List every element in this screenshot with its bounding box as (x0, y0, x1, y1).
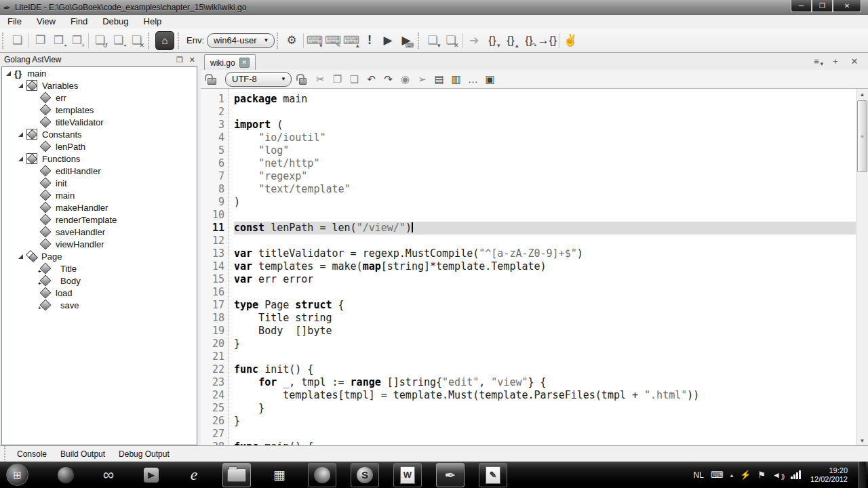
action-center-flag-icon[interactable]: ⚑ (757, 470, 766, 480)
taskbar-app-word[interactable]: W (393, 463, 422, 487)
float-panel-icon[interactable]: ❐ (176, 56, 183, 64)
volume-icon[interactable]: ◄)) (772, 470, 784, 480)
minimize-button[interactable]: ─ (791, 0, 812, 12)
build-and-run-icon[interactable]: ▶⌨ (397, 32, 416, 49)
menu-help[interactable]: Help (136, 15, 170, 28)
show-desktop-button[interactable] (859, 462, 866, 488)
redo-icon[interactable]: ↷ (380, 71, 397, 87)
toolbar-grip[interactable] (2, 33, 5, 49)
output-tab-console[interactable]: Console (10, 447, 54, 461)
tree-item-main[interactable]: {}main (2, 67, 197, 79)
start-orb[interactable]: ⊞ (6, 464, 28, 486)
tree-item-Constants[interactable]: Constants (2, 128, 197, 140)
cut-icon[interactable]: ✂ (312, 71, 329, 87)
tree-item-err[interactable]: err (2, 92, 197, 104)
taskbar-app-explorer[interactable] (222, 463, 251, 487)
expand-arrow-icon[interactable] (18, 83, 23, 88)
tab-close-icon[interactable]: ✕ (239, 58, 250, 68)
tree-item-templates[interactable]: templates (2, 104, 197, 116)
power-icon[interactable]: ⚡ (740, 470, 751, 480)
tree-item-Title[interactable]: +Title (2, 262, 197, 274)
taskbar-app-calculator[interactable]: ▦ (265, 463, 294, 487)
output-tab-debug-output[interactable]: Debug Output (112, 447, 176, 461)
tree-item-saveHandler[interactable]: saveHandler (2, 226, 197, 238)
taskbar-app-skype[interactable]: S (351, 463, 379, 487)
new-file-icon[interactable]: ❏ (8, 32, 26, 49)
tree-item-renderTemplate[interactable]: renderTemplate (2, 214, 197, 226)
toolbar-grip[interactable] (277, 33, 279, 49)
taskbar-app-internet-explorer[interactable]: e (180, 463, 208, 487)
menu-view[interactable]: View (29, 15, 63, 28)
jump-to-icon[interactable]: ➔ (465, 32, 484, 49)
doc-outline-icon[interactable]: ▣ (481, 71, 498, 87)
tree-item-save[interactable]: +save (2, 299, 197, 311)
revert-file-icon[interactable]: ❏↺ (91, 32, 109, 49)
code-editor[interactable]: 1234567891011121314151617181920212223242… (201, 89, 868, 446)
tree-item-main[interactable]: main (2, 189, 197, 201)
network-icon[interactable] (791, 470, 801, 479)
scrollbar-thumb[interactable]: ≡ (857, 100, 867, 172)
close-button[interactable]: ✕ (833, 0, 861, 12)
tree-item-Body[interactable]: +Body (2, 274, 197, 287)
output-tab-build-output[interactable]: Build Output (54, 447, 112, 461)
taskbar-app-firefox[interactable] (308, 463, 336, 487)
expand-arrow-icon[interactable] (18, 132, 23, 137)
goto-block-icon[interactable]: →{} (538, 32, 557, 49)
close-tab-icon[interactable]: ✕ (846, 55, 863, 68)
encoding-select[interactable]: UTF-8 ▼ (225, 72, 292, 87)
scroll-up-icon[interactable]: ▲ (856, 89, 868, 100)
tab-list-icon[interactable]: ≡▾ (808, 55, 825, 68)
menu-debug[interactable]: Debug (95, 15, 136, 28)
env-select[interactable]: win64-user ▼ (207, 33, 275, 48)
pan-mode-icon[interactable]: ✌ (561, 32, 580, 49)
menu-find[interactable]: Find (63, 15, 95, 28)
undo-icon[interactable]: ↶ (363, 71, 380, 87)
export-icon[interactable]: ➢ (414, 71, 431, 87)
code-text[interactable]: package mainimport ( "io/ioutil" "log" "… (234, 89, 856, 446)
toolbar-grip[interactable] (178, 33, 180, 49)
toolbar-grip[interactable] (418, 33, 420, 49)
tree-item-viewHandler[interactable]: viewHandler (2, 238, 197, 250)
run-icon[interactable]: ▶ (379, 32, 397, 49)
tree-item-load[interactable]: load (2, 287, 197, 299)
print-preview-icon[interactable]: ▥ (448, 71, 465, 87)
paste-icon[interactable]: ❑ (346, 71, 363, 87)
options-gear-icon[interactable]: ⚙ (283, 32, 301, 49)
tree-item-init[interactable]: init (2, 177, 197, 189)
toolbar-grip[interactable] (148, 33, 151, 49)
clean-icon[interactable]: ⌨✎ (324, 32, 342, 49)
install-icon[interactable]: ⌨▴ (342, 32, 361, 49)
unlock-icon[interactable] (295, 71, 312, 87)
tree-item-Variables[interactable]: Variables (2, 79, 197, 92)
print-icon[interactable]: ▤ (431, 71, 448, 87)
output-bar-grip[interactable] (4, 446, 7, 462)
tree-item-lenPath[interactable]: lenPath (2, 140, 197, 152)
hidden-icons-icon[interactable]: ▴ (730, 472, 734, 479)
stop-icon[interactable]: ! (361, 32, 379, 49)
taskbar-app-messenger[interactable] (52, 463, 80, 487)
keyboard-icon[interactable]: ⌨ (711, 470, 724, 480)
menu-file[interactable]: File (0, 15, 29, 28)
taskbar-app-liteide[interactable]: ✒ (436, 463, 465, 487)
tree-item-titleValidator[interactable]: titleValidator (2, 116, 197, 128)
fold-refresh-icon[interactable]: {}↷ (520, 32, 538, 49)
copy-icon[interactable]: ❐ (329, 71, 346, 87)
load-output-icon[interactable]: ❏▾ (424, 32, 442, 49)
window-titlebar[interactable]: ✒ LiteIDE - E:\Go\GoBoek\code_examples\c… (0, 0, 868, 16)
unlock-icon[interactable] (208, 78, 216, 85)
expand-arrow-icon[interactable] (6, 71, 11, 76)
tree-item-editHandler[interactable]: editHandler (2, 165, 197, 177)
build-icon[interactable]: ⌨▾ (306, 32, 324, 49)
close-panel-icon[interactable]: ✕ (189, 56, 195, 64)
fold-up-icon[interactable]: {}▴ (502, 32, 520, 49)
fold-down-icon[interactable]: {}▾ (484, 32, 502, 49)
editor-scrollbar[interactable]: ▲ ≡ ▼ (856, 89, 868, 446)
tab-wiki-go[interactable]: wiki.go ✕ (204, 54, 256, 70)
expand-arrow-icon[interactable] (18, 157, 23, 161)
home-icon[interactable]: ⌂ (155, 31, 174, 50)
tree-item-Functions[interactable]: Functions (2, 152, 197, 165)
close-file-icon[interactable]: ❏✕ (127, 32, 146, 49)
taskbar-app-paint[interactable]: ✎ (479, 463, 507, 487)
open-file-icon[interactable]: ❐ (31, 32, 50, 49)
more-icon[interactable]: … (465, 71, 481, 87)
